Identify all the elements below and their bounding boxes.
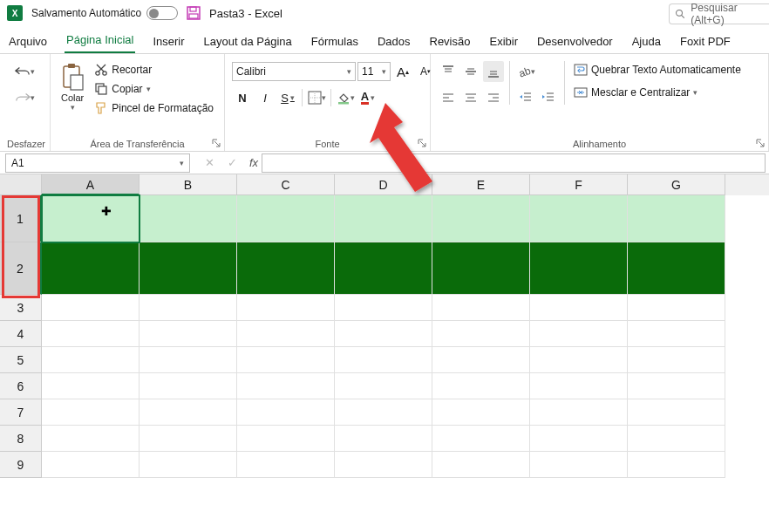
tab-dados[interactable]: Dados	[376, 30, 412, 53]
row-header-6[interactable]: 6	[0, 373, 42, 399]
tab-revisao[interactable]: Revisão	[428, 30, 473, 53]
cell[interactable]	[432, 452, 530, 478]
merge-center-button[interactable]: Mesclar e Centralizar ▾	[570, 84, 745, 101]
cell[interactable]	[140, 242, 237, 295]
align-right-button[interactable]	[483, 87, 504, 108]
cell[interactable]	[335, 195, 432, 242]
col-header-C[interactable]: C	[237, 174, 335, 195]
cell[interactable]	[237, 399, 335, 426]
cell[interactable]	[140, 295, 237, 321]
borders-button[interactable]: ▾	[306, 87, 327, 108]
cell-A1[interactable]	[42, 195, 140, 242]
row-header-9[interactable]: 9	[0, 452, 42, 478]
underline-button[interactable]: S▾	[277, 87, 298, 108]
paste-button[interactable]: Colar ▾	[58, 61, 87, 113]
format-painter-button[interactable]: Pincel de Formatação	[91, 99, 217, 117]
cell[interactable]	[140, 321, 237, 347]
cell[interactable]	[335, 347, 432, 373]
col-header-D[interactable]: D	[335, 174, 432, 195]
tab-formulas[interactable]: Fórmulas	[310, 30, 360, 53]
name-box[interactable]: A1 ▾	[5, 153, 190, 173]
cell[interactable]	[140, 399, 237, 426]
row-header-7[interactable]: 7	[0, 399, 42, 426]
cell[interactable]	[237, 195, 335, 242]
tab-exibir[interactable]: Exibir	[487, 30, 520, 53]
col-header-E[interactable]: E	[432, 174, 530, 195]
dialog-launcher-icon[interactable]	[756, 139, 765, 147]
cell[interactable]	[628, 295, 725, 321]
increase-font-button[interactable]: A▴	[392, 61, 413, 82]
col-header-B[interactable]: B	[140, 174, 237, 195]
cell[interactable]	[42, 242, 140, 295]
save-icon[interactable]	[187, 6, 201, 20]
cell[interactable]	[140, 373, 237, 399]
cell[interactable]	[530, 347, 628, 373]
cell[interactable]	[140, 347, 237, 373]
align-top-button[interactable]	[438, 61, 459, 82]
decrease-indent-button[interactable]	[515, 87, 536, 108]
cell[interactable]	[237, 452, 335, 478]
cell[interactable]	[432, 242, 530, 295]
tab-ajuda[interactable]: Ajuda	[630, 30, 663, 53]
cell[interactable]	[335, 373, 432, 399]
fx-icon[interactable]: fx	[246, 156, 262, 169]
cell[interactable]	[628, 242, 725, 295]
tab-pagina-inicial[interactable]: Página Inicial	[65, 28, 135, 53]
cell[interactable]	[335, 242, 432, 295]
dialog-launcher-icon[interactable]	[212, 139, 221, 147]
row-header-2[interactable]: 2	[0, 242, 42, 295]
cell[interactable]	[432, 195, 530, 242]
cut-button[interactable]: Recortar	[91, 61, 217, 78]
cell[interactable]	[237, 295, 335, 321]
tab-inserir[interactable]: Inserir	[151, 30, 186, 53]
cell[interactable]	[237, 373, 335, 399]
align-left-button[interactable]	[438, 87, 459, 108]
cell[interactable]	[628, 399, 725, 426]
cell[interactable]	[530, 242, 628, 295]
cell[interactable]	[335, 452, 432, 478]
tab-foxit[interactable]: Foxit PDF	[678, 30, 732, 53]
cell[interactable]	[237, 347, 335, 373]
cell[interactable]	[42, 347, 140, 373]
cell[interactable]	[432, 373, 530, 399]
cell[interactable]	[42, 399, 140, 426]
row-header-3[interactable]: 3	[0, 295, 42, 321]
col-header-G[interactable]: G	[628, 174, 725, 195]
row-header-1[interactable]: 1	[0, 195, 42, 242]
cell[interactable]	[140, 195, 237, 242]
cancel-formula-button[interactable]: ✕	[199, 153, 220, 174]
cell[interactable]	[530, 399, 628, 426]
formula-input[interactable]	[262, 153, 766, 173]
cell[interactable]	[530, 321, 628, 347]
cell[interactable]	[628, 373, 725, 399]
undo-button[interactable]: ▾	[8, 61, 43, 82]
cell[interactable]	[42, 373, 140, 399]
copy-button[interactable]: Copiar ▾	[91, 80, 217, 98]
cell[interactable]	[530, 426, 628, 452]
cell[interactable]	[432, 426, 530, 452]
tab-desenvolvedor[interactable]: Desenvolvedor	[535, 30, 615, 53]
italic-button[interactable]: I	[255, 87, 276, 108]
cell[interactable]	[42, 452, 140, 478]
dialog-launcher-icon[interactable]	[418, 139, 426, 147]
cell[interactable]	[628, 321, 725, 347]
cell[interactable]	[628, 195, 725, 242]
cell[interactable]	[628, 426, 725, 452]
cell[interactable]	[530, 195, 628, 242]
cell[interactable]	[628, 347, 725, 373]
align-middle-button[interactable]	[460, 61, 481, 82]
cell[interactable]	[335, 426, 432, 452]
font-color-button[interactable]: A ▾	[357, 87, 378, 108]
cell[interactable]	[530, 295, 628, 321]
cell[interactable]	[335, 295, 432, 321]
row-header-4[interactable]: 4	[0, 321, 42, 347]
cell[interactable]	[237, 321, 335, 347]
increase-indent-button[interactable]	[538, 87, 559, 108]
align-center-button[interactable]	[460, 87, 481, 108]
cell[interactable]	[140, 426, 237, 452]
tab-layout[interactable]: Layout da Página	[202, 30, 294, 53]
search-box[interactable]: Pesquisar (Alt+G)	[669, 3, 769, 24]
cell[interactable]	[432, 295, 530, 321]
fill-color-button[interactable]: ▾	[335, 87, 356, 108]
cell[interactable]	[42, 321, 140, 347]
